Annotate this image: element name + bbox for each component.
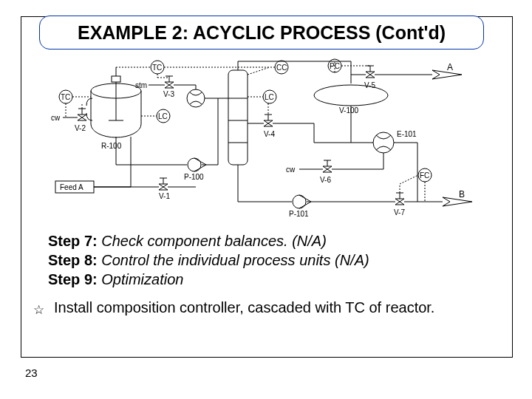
step-9: Step 9: Optimization (48, 271, 183, 288)
svg-text:TC: TC (152, 64, 162, 72)
process-diagram: R-100 Feed A V-1 cw V- (48, 54, 485, 224)
step-7-text: Check component balances. (N/A) (98, 233, 327, 249)
svg-text:LC: LC (158, 112, 168, 120)
valve-v3-icon (165, 76, 174, 88)
valve-v5-icon (366, 66, 375, 78)
star-icon: ☆ (33, 302, 44, 318)
svg-text:TC: TC (61, 93, 70, 101)
svg-text:LC: LC (265, 93, 274, 101)
svg-text:E-101: E-101 (397, 130, 417, 138)
svg-point-89 (293, 195, 306, 208)
slide-frame: EXAMPLE 2: ACYCLIC PROCESS (Cont'd) R-10… (21, 16, 513, 358)
step-8-text: Control the individual process units (N/… (98, 252, 369, 268)
svg-line-98 (400, 175, 418, 184)
reactor-label: R-100 (101, 142, 122, 150)
svg-text:V-4: V-4 (264, 130, 275, 138)
svg-text:V-5: V-5 (364, 81, 375, 89)
svg-point-35 (188, 158, 201, 171)
step-8-label: Step 8: (48, 252, 98, 268)
svg-rect-3 (112, 76, 120, 82)
step-8: Step 8: Control the individual process u… (48, 252, 369, 269)
feed-label: Feed A (60, 183, 83, 191)
valve-v4-icon (264, 115, 273, 126)
page-title: EXAMPLE 2: ACYCLIC PROCESS (Cont'd) (78, 22, 446, 43)
svg-point-62 (314, 85, 388, 106)
step-7: Step 7: Check component balances. (N/A) (48, 233, 327, 250)
svg-text:V-100: V-100 (339, 106, 359, 115)
svg-text:FC: FC (420, 171, 429, 180)
svg-text:B: B (459, 189, 465, 200)
svg-text:P-100: P-100 (184, 173, 204, 181)
bullet-1: Install composition controller, cascaded… (54, 299, 434, 316)
svg-text:V-6: V-6 (320, 176, 331, 184)
svg-text:stm: stm (135, 81, 147, 89)
svg-line-57 (248, 67, 270, 75)
svg-point-39 (187, 89, 205, 107)
svg-rect-43 (228, 70, 248, 165)
svg-text:A: A (447, 62, 453, 72)
page-number: 23 (25, 366, 38, 379)
valve-v1-icon (159, 178, 168, 190)
svg-text:V-3: V-3 (163, 90, 174, 98)
svg-text:cw: cw (286, 166, 296, 174)
svg-text:cw: cw (51, 114, 61, 122)
title-box: EXAMPLE 2: ACYCLIC PROCESS (Cont'd) (39, 16, 484, 50)
step-7-label: Step 7: (48, 233, 98, 249)
valve-v2-icon (78, 109, 86, 120)
valve-v7-icon (395, 193, 404, 205)
svg-text:CC: CC (276, 64, 287, 72)
svg-text:P-101: P-101 (289, 210, 309, 218)
svg-text:V-7: V-7 (394, 208, 405, 216)
svg-text:V-1: V-1 (159, 192, 170, 200)
valve-v6-icon (323, 160, 332, 172)
step-9-label: Step 9: (48, 271, 98, 287)
svg-text:V-2: V-2 (75, 124, 86, 132)
step-9-text: Optimization (98, 271, 184, 287)
